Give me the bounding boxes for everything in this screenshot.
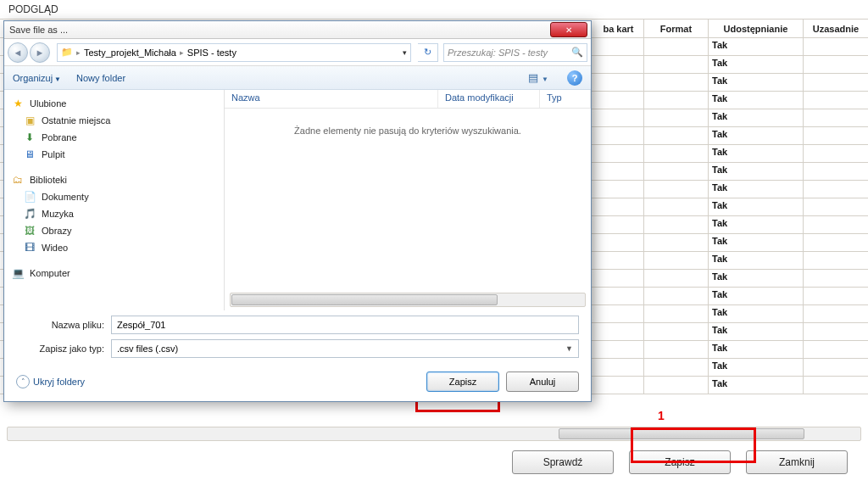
- cell-uzasadnienie: [804, 181, 868, 198]
- cell-bakart: [593, 323, 644, 340]
- scrollbar-thumb[interactable]: [231, 294, 498, 305]
- chevron-right-icon: ▸: [76, 48, 81, 57]
- cell-uzasadnienie: [804, 288, 868, 304]
- col-header-format[interactable]: Format: [644, 20, 709, 37]
- cell-udostepnianie: Tak: [709, 359, 804, 376]
- cell-udostepnianie: Tak: [709, 109, 804, 126]
- cell-udostepnianie: Tak: [709, 56, 804, 73]
- col-header-uzasadnienie[interactable]: Uzasadnie: [804, 20, 868, 37]
- tree-recent-places[interactable]: ▣Ostatnie miejsca: [4, 112, 224, 129]
- dialog-save-button[interactable]: Zapisz: [426, 371, 499, 392]
- cell-uzasadnienie: [804, 74, 868, 91]
- dialog-cancel-button[interactable]: Anuluj: [506, 371, 579, 392]
- tree-desktop[interactable]: 🖥Pulpit: [4, 146, 224, 163]
- computer-icon: 💻: [11, 266, 25, 280]
- cell-bakart: [593, 74, 644, 91]
- close-button[interactable]: Zamknij: [746, 450, 848, 474]
- chevron-up-icon: ˄: [16, 375, 30, 388]
- scrollbar-thumb[interactable]: [559, 428, 804, 439]
- search-input[interactable]: Przeszukaj: SPIS - testy 🔍: [443, 43, 587, 62]
- col-header-name[interactable]: Nazwa: [225, 90, 438, 108]
- breadcrumb-item[interactable]: Testy_projekt_Michała: [84, 47, 176, 58]
- cell-uzasadnienie: [804, 323, 868, 340]
- filetype-dropdown[interactable]: .csv files (.csv) ▼: [111, 339, 579, 358]
- tree-pictures[interactable]: 🖼Obrazy: [4, 222, 224, 239]
- tree-music[interactable]: 🎵Muzyka: [4, 205, 224, 222]
- cell-uzasadnienie: [804, 127, 868, 144]
- cell-udostepnianie: Tak: [709, 270, 804, 287]
- forward-icon[interactable]: ►: [30, 42, 50, 63]
- cell-uzasadnienie: [804, 359, 868, 376]
- view-options-icon[interactable]: ▤ ▼: [525, 71, 552, 84]
- picture-icon: 🖼: [23, 224, 36, 237]
- cell-uzasadnienie: [804, 305, 868, 322]
- chevron-down-icon: ▼: [565, 344, 573, 353]
- cell-format: [644, 305, 709, 322]
- new-folder-button[interactable]: Nowy folder: [76, 73, 125, 83]
- col-header-type[interactable]: Typ: [540, 90, 591, 108]
- grid-horizontal-scrollbar[interactable]: [7, 427, 861, 441]
- cell-udostepnianie: Tak: [709, 305, 804, 322]
- cell-format: [644, 198, 709, 215]
- empty-list-message: Żadne elementy nie pasują do kryteriów w…: [225, 109, 591, 293]
- cell-udostepnianie: Tak: [709, 74, 804, 91]
- cell-bakart: [593, 127, 644, 144]
- close-icon[interactable]: ✕: [550, 22, 587, 37]
- cell-format: [644, 181, 709, 198]
- cell-format: [644, 127, 709, 144]
- check-button[interactable]: Sprawdź: [512, 450, 614, 474]
- navigation-tree: ★Ulubione ▣Ostatnie miejsca ⬇Pobrane 🖥Pu…: [4, 90, 225, 310]
- cell-uzasadnienie: [804, 145, 868, 162]
- cell-format: [644, 323, 709, 340]
- cell-format: [644, 270, 709, 287]
- filename-label: Nazwa pliku:: [30, 320, 111, 330]
- col-header-bakart[interactable]: ba kart: [593, 20, 644, 37]
- cell-uzasadnienie: [804, 252, 868, 269]
- save-button[interactable]: Zapisz: [629, 450, 731, 474]
- organize-menu[interactable]: Organizuj▼: [13, 73, 61, 83]
- cell-uzasadnienie: [804, 234, 868, 251]
- cell-udostepnianie: Tak: [709, 145, 804, 162]
- cell-bakart: [593, 38, 644, 55]
- hide-folders-toggle[interactable]: ˄ Ukryj foldery: [16, 375, 85, 388]
- cell-udostepnianie: Tak: [709, 252, 804, 269]
- tree-libraries[interactable]: 🗂Biblioteki: [4, 171, 224, 188]
- cell-udostepnianie: Tak: [709, 216, 804, 233]
- cell-format: [644, 145, 709, 162]
- cell-udostepnianie: Tak: [709, 163, 804, 180]
- refresh-icon[interactable]: ↻: [418, 43, 438, 62]
- chevron-down-icon[interactable]: ▾: [403, 48, 407, 57]
- breadcrumb[interactable]: 📁 ▸ Testy_projekt_Michała ▸ SPIS - testy…: [57, 43, 411, 62]
- cell-bakart: [593, 92, 644, 109]
- tree-documents[interactable]: 📄Dokumenty: [4, 188, 224, 205]
- breadcrumb-item[interactable]: SPIS - testy: [187, 47, 236, 58]
- bottom-button-bar: Sprawdź Zapisz Zamknij: [0, 445, 868, 479]
- help-icon[interactable]: ?: [567, 70, 582, 86]
- cell-bakart: [593, 234, 644, 251]
- tree-downloads[interactable]: ⬇Pobrane: [4, 129, 224, 146]
- file-list-scrollbar[interactable]: [230, 293, 586, 307]
- col-header-date[interactable]: Data modyfikacji: [438, 90, 540, 108]
- col-header-udostepnianie[interactable]: Udostępnianie: [709, 20, 804, 37]
- dialog-body: ★Ulubione ▣Ostatnie miejsca ⬇Pobrane 🖥Pu…: [4, 90, 591, 310]
- downloads-icon: ⬇: [23, 131, 36, 144]
- cell-format: [644, 288, 709, 304]
- cell-bakart: [593, 288, 644, 304]
- cell-uzasadnienie: [804, 341, 868, 358]
- cell-bakart: [593, 56, 644, 73]
- cell-bakart: [593, 109, 644, 126]
- cell-udostepnianie: Tak: [709, 377, 804, 394]
- app-title: PODGLĄD: [8, 3, 58, 15]
- filename-input[interactable]: [117, 320, 573, 330]
- dialog-fields: Nazwa pliku: Zapisz jako typ: .csv files…: [4, 310, 591, 358]
- dialog-titlebar: Save file as ... ✕: [4, 21, 591, 39]
- cell-format: [644, 359, 709, 376]
- tree-favorites[interactable]: ★Ulubione: [4, 95, 224, 112]
- tree-videos[interactable]: 🎞Wideo: [4, 239, 224, 256]
- filetype-label: Zapisz jako typ:: [30, 344, 111, 354]
- tree-computer[interactable]: 💻Komputer: [4, 265, 224, 282]
- cell-udostepnianie: Tak: [709, 181, 804, 198]
- annotation-label-1: 1: [658, 409, 665, 422]
- back-icon[interactable]: ◄: [8, 42, 28, 63]
- cell-uzasadnienie: [804, 92, 868, 109]
